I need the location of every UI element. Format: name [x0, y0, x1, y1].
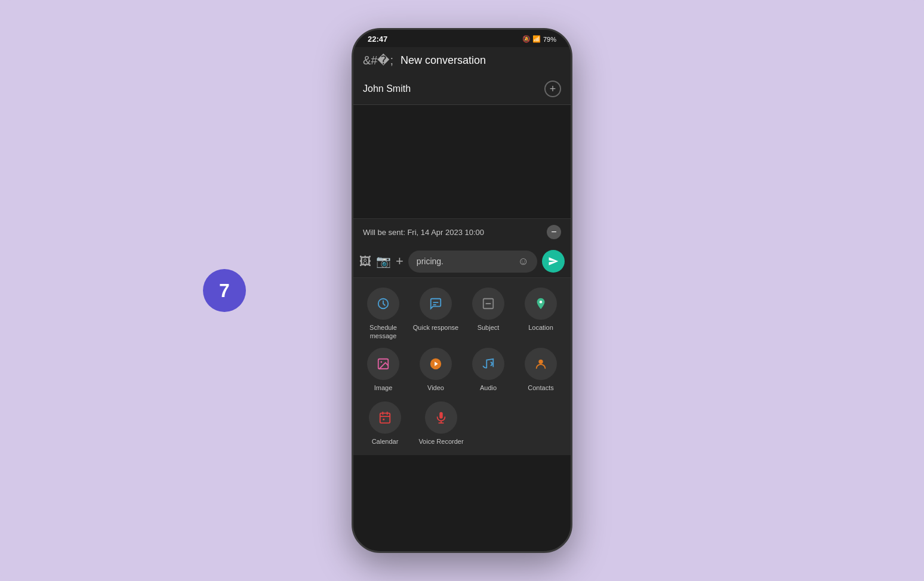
- schedule-text: Will be sent: Fri, 14 Apr 2023 10:00: [363, 228, 484, 237]
- subject-label: Subject: [478, 323, 500, 332]
- attachment-row2: Calendar Voice Recorder: [353, 401, 571, 455]
- svg-rect-8: [380, 413, 390, 424]
- attachment-item-calendar[interactable]: Calendar: [359, 401, 411, 446]
- video-label: Video: [427, 384, 444, 392]
- contacts-label: Contacts: [528, 384, 553, 392]
- voice-recorder-label: Voice Recorder: [418, 437, 463, 446]
- message-body[interactable]: [353, 105, 571, 218]
- attachment-item-video[interactable]: Video: [412, 348, 460, 392]
- attachment-item-schedule-message[interactable]: Schedule message: [359, 288, 407, 341]
- emoji-icon[interactable]: ☺: [518, 255, 529, 268]
- schedule-message-label: Schedule message: [359, 323, 407, 341]
- attachment-item-quick-response[interactable]: Quick response: [412, 288, 460, 341]
- input-bar: 🖼 📷 + pricing. ☺: [353, 245, 571, 278]
- attachment-item-image[interactable]: Image: [359, 348, 407, 392]
- calendar-icon: [369, 401, 401, 434]
- send-button[interactable]: [542, 250, 565, 273]
- plus-icon[interactable]: +: [396, 254, 404, 269]
- phone-shell: 22:47 🔕 📶 79% &#�; New conversation John…: [352, 28, 572, 553]
- contacts-icon: [525, 348, 557, 380]
- back-button[interactable]: &#�;: [363, 53, 393, 67]
- camera-icon[interactable]: 📷: [376, 254, 391, 268]
- schedule-minus-button[interactable]: −: [547, 225, 561, 239]
- status-time: 22:47: [368, 35, 387, 44]
- image-attach-icon[interactable]: 🖼: [359, 255, 371, 268]
- svg-rect-9: [383, 419, 384, 421]
- location-icon: [525, 288, 557, 320]
- svg-point-2: [540, 301, 543, 304]
- image-icon: [367, 348, 399, 380]
- attachment-item-contacts[interactable]: Contacts: [517, 348, 565, 392]
- svg-point-4: [380, 361, 382, 363]
- audio-label: Audio: [480, 384, 497, 392]
- attachment-item-voice-recorder[interactable]: Voice Recorder: [415, 401, 467, 446]
- scene: 7 22:47 🔕 📶 79% &#�; New conversation Jo…: [0, 0, 924, 581]
- svg-rect-10: [439, 412, 443, 419]
- message-input[interactable]: pricing. ☺: [408, 251, 537, 273]
- status-bar: 22:47 🔕 📶 79%: [353, 30, 571, 47]
- subject-icon: [472, 288, 504, 320]
- status-icons: 🔕 📶 79%: [522, 35, 556, 43]
- step-badge: 7: [203, 269, 246, 312]
- schedule-banner: Will be sent: Fri, 14 Apr 2023 10:00 −: [353, 218, 571, 245]
- voice-recorder-icon: [425, 401, 457, 434]
- add-recipient-button[interactable]: +: [544, 81, 561, 97]
- send-icon: [548, 256, 559, 267]
- video-icon: [420, 348, 452, 380]
- schedule-message-icon: [367, 288, 399, 320]
- attachment-item-location[interactable]: Location: [517, 288, 565, 341]
- audio-icon: [472, 348, 504, 380]
- attachment-item-audio[interactable]: Audio: [464, 348, 512, 392]
- svg-point-7: [538, 359, 543, 363]
- quick-response-label: Quick response: [413, 323, 458, 332]
- attachment-grid: Schedule message Quick response Subject …: [353, 278, 571, 401]
- app-header: &#�; New conversation: [353, 47, 571, 73]
- page-title: New conversation: [401, 54, 486, 67]
- calendar-label: Calendar: [372, 437, 399, 446]
- location-label: Location: [528, 323, 553, 332]
- recipient-row: John Smith +: [353, 73, 571, 105]
- image-label: Image: [374, 384, 393, 392]
- quick-response-icon: [420, 288, 452, 320]
- attachment-item-subject[interactable]: Subject: [464, 288, 512, 341]
- recipient-name: John Smith: [363, 84, 544, 94]
- message-text: pricing.: [417, 256, 443, 266]
